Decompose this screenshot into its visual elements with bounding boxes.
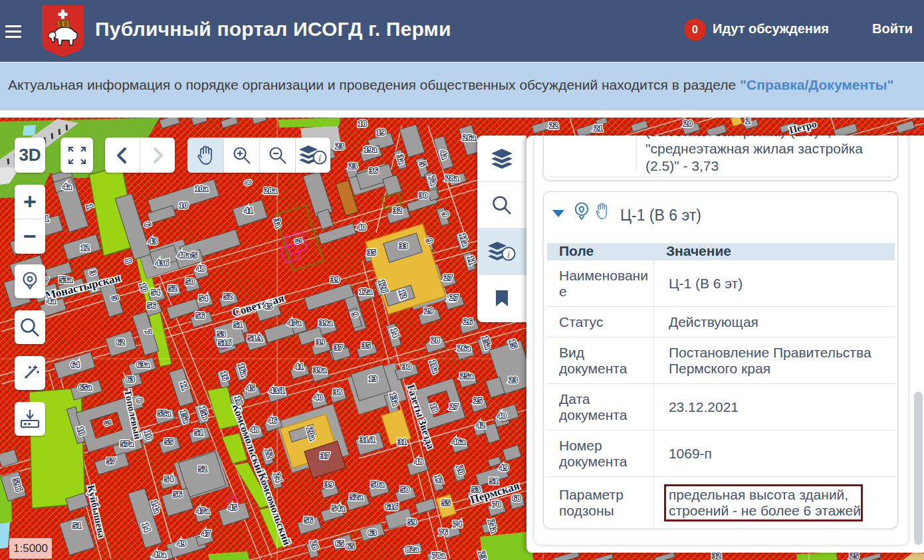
svg-text:39а: 39а: [319, 318, 332, 327]
svg-text:12а: 12а: [359, 286, 372, 296]
svg-text:39: 39: [325, 479, 334, 489]
svg-text:36: 36: [370, 165, 379, 175]
svg-text:43: 43: [149, 236, 158, 246]
svg-text:50а: 50а: [371, 479, 384, 489]
svg-text:65: 65: [336, 538, 345, 548]
svg-text:43/1: 43/1: [269, 385, 285, 395]
svg-text:18: 18: [358, 118, 368, 128]
svg-text:48а/5: 48а/5: [177, 250, 197, 260]
svg-text:45: 45: [229, 502, 238, 512]
svg-text:26а: 26а: [463, 132, 476, 142]
svg-text:65а: 65а: [78, 382, 92, 392]
svg-text:27: 27: [450, 292, 459, 302]
svg-text:47а: 47а: [288, 318, 301, 327]
svg-text:49а: 49а: [153, 549, 166, 559]
svg-text:68: 68: [513, 493, 522, 503]
svg-text:52: 52: [224, 291, 233, 301]
svg-text:21: 21: [594, 123, 603, 133]
svg-text:55: 55: [165, 436, 174, 446]
svg-text:46: 46: [269, 415, 278, 425]
svg-text:49: 49: [500, 462, 509, 472]
svg-text:52: 52: [199, 464, 207, 474]
svg-text:53: 53: [472, 484, 481, 494]
svg-text:56: 56: [173, 489, 183, 499]
svg-text:i: i: [507, 250, 510, 260]
svg-text:23: 23: [336, 141, 345, 151]
svg-text:45: 45: [247, 383, 256, 393]
svg-text:65: 65: [346, 541, 356, 551]
svg-text:52а: 52а: [350, 492, 363, 502]
svg-text:32: 32: [394, 205, 402, 215]
svg-text:50: 50: [186, 276, 195, 286]
svg-text:47а: 47а: [196, 506, 209, 515]
svg-text:41: 41: [295, 361, 304, 371]
svg-text:63а: 63а: [136, 359, 150, 369]
svg-text:61б: 61б: [385, 502, 398, 512]
svg-text:4а: 4а: [47, 296, 57, 306]
svg-text:39: 39: [331, 274, 340, 284]
svg-text:40: 40: [358, 222, 366, 232]
svg-text:26а: 26а: [457, 343, 471, 353]
svg-text:40: 40: [498, 411, 507, 420]
svg-text:74: 74: [453, 519, 463, 529]
svg-text:55: 55: [442, 498, 451, 508]
svg-text:41: 41: [245, 205, 253, 215]
svg-text:76: 76: [439, 527, 449, 537]
svg-text:28: 28: [431, 335, 441, 345]
svg-text:22: 22: [550, 120, 558, 130]
svg-text:27: 27: [450, 401, 459, 411]
svg-text:29: 29: [425, 306, 434, 316]
svg-text:70: 70: [493, 499, 501, 509]
svg-text:35: 35: [362, 340, 372, 350]
svg-text:48: 48: [415, 456, 424, 466]
svg-text:25а: 25а: [460, 371, 473, 381]
svg-text:48: 48: [197, 263, 206, 273]
svg-text:47: 47: [202, 528, 211, 538]
svg-text:45: 45: [264, 301, 273, 311]
svg-text:56: 56: [196, 310, 205, 320]
svg-text:56: 56: [148, 300, 157, 310]
svg-text:78а: 78а: [432, 550, 445, 560]
svg-text:27: 27: [444, 272, 453, 282]
svg-text:59: 59: [408, 517, 417, 527]
svg-text:37: 37: [334, 342, 344, 352]
svg-text:26: 26: [464, 316, 473, 326]
svg-text:42: 42: [477, 420, 485, 430]
svg-text:10: 10: [179, 200, 188, 210]
svg-text:63: 63: [368, 527, 378, 537]
svg-text:54: 54: [152, 287, 161, 297]
svg-text:57: 57: [107, 456, 116, 466]
svg-text:49: 49: [177, 538, 187, 548]
svg-text:40: 40: [314, 392, 323, 402]
svg-text:19а: 19а: [364, 144, 377, 154]
svg-text:48: 48: [251, 424, 260, 434]
svg-text:31: 31: [398, 436, 407, 446]
svg-text:54а: 54а: [332, 503, 345, 513]
svg-text:30: 30: [419, 190, 428, 200]
svg-text:13: 13: [369, 373, 378, 383]
svg-text:19: 19: [377, 127, 386, 137]
svg-text:51: 51: [234, 320, 243, 329]
svg-text:57а: 57а: [120, 438, 134, 448]
svg-text:20: 20: [684, 118, 693, 128]
svg-text:63: 63: [126, 374, 136, 384]
svg-text:39: 39: [316, 337, 326, 347]
svg-text:23: 23: [349, 161, 358, 171]
svg-text:50: 50: [401, 484, 409, 494]
svg-text:51А: 51А: [248, 333, 263, 343]
svg-text:53а: 53а: [59, 274, 72, 284]
svg-text:23: 23: [509, 375, 519, 385]
svg-text:55а: 55а: [158, 408, 171, 418]
svg-text:35: 35: [368, 247, 377, 257]
svg-text:38: 38: [334, 387, 343, 397]
svg-text:43б: 43б: [156, 258, 169, 268]
svg-text:25: 25: [474, 395, 483, 405]
svg-text:30: 30: [403, 361, 411, 371]
svg-text:51: 51: [195, 427, 203, 437]
svg-text:12: 12: [81, 242, 90, 252]
svg-text:10а: 10а: [195, 183, 208, 193]
svg-text:51: 51: [490, 476, 499, 486]
svg-text:2: 2: [746, 118, 751, 126]
svg-text:82а: 82а: [405, 544, 419, 554]
svg-text:64: 64: [71, 359, 80, 369]
